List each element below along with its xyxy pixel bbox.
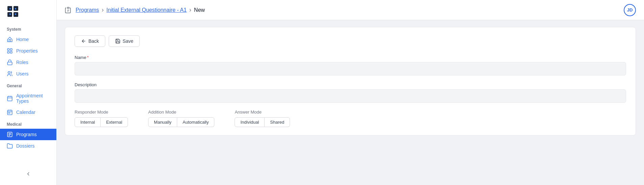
svg-rect-10 (7, 52, 9, 53)
save-button-label: Save (123, 38, 133, 44)
breadcrumb-current: New (194, 7, 205, 13)
form-card: Back Save Name* Description (65, 27, 636, 135)
arrow-left-icon (81, 38, 86, 44)
home-icon (7, 36, 13, 42)
svg-rect-8 (7, 49, 9, 50)
sidebar-item-calendar[interactable]: Calendar (0, 106, 56, 118)
save-button[interactable]: Save (109, 35, 140, 47)
sidebar-item-properties[interactable]: Properties (0, 45, 56, 57)
responder-mode-internal-btn[interactable]: Internal (75, 117, 101, 127)
svg-rect-7 (15, 13, 16, 15)
sidebar-item-roles[interactable]: Roles (0, 57, 56, 68)
svg-point-23 (9, 113, 10, 114)
addition-mode-buttons: Manually Automatically (148, 117, 214, 127)
sidebar-item-users[interactable]: Users (0, 68, 56, 80)
svg-rect-28 (68, 7, 69, 8)
addition-mode-manually-btn[interactable]: Manually (148, 117, 177, 127)
clipboard-icon (65, 7, 72, 13)
sidebar-item-programs[interactable]: Programs (0, 129, 56, 140)
required-star: * (87, 55, 89, 60)
sidebar-item-home[interactable]: Home (0, 34, 56, 45)
sidebar: System Home Properties Roles Users Gener… (0, 0, 57, 185)
svg-rect-9 (10, 49, 12, 50)
sidebar-item-dossiers-label: Dossiers (16, 143, 34, 149)
section-general: General (0, 80, 56, 90)
responder-mode-external-btn[interactable]: External (101, 117, 128, 127)
users-icon (7, 71, 13, 77)
sidebar-item-appointment-types-label: Appointment Types (16, 93, 50, 104)
app-logo (7, 5, 19, 18)
programs-icon (7, 131, 13, 137)
section-medical: Medical (0, 118, 56, 129)
breadcrumb: Programs › Initial External Questionnair… (65, 6, 205, 13)
dossiers-icon (7, 143, 13, 149)
content-area: Back Save Name* Description (57, 20, 644, 185)
svg-point-13 (8, 71, 10, 73)
calendar-icon (7, 109, 13, 115)
sidebar-item-home-label: Home (16, 37, 29, 42)
properties-icon (7, 48, 13, 54)
answer-mode-individual-btn[interactable]: Individual (235, 117, 265, 127)
appointment-icon (7, 95, 13, 101)
svg-rect-4 (9, 8, 11, 9)
back-button-label: Back (88, 38, 99, 44)
breadcrumb-sep1: › (102, 6, 104, 13)
breadcrumb-programs-link[interactable]: Programs (76, 7, 99, 13)
modes-row: Responder Mode Internal External Additio… (75, 110, 626, 127)
answer-mode-label: Answer Mode (235, 110, 290, 115)
breadcrumb-sep2: › (189, 6, 191, 13)
answer-mode-buttons: Individual Shared (235, 117, 290, 127)
chevron-left-icon (25, 171, 31, 177)
svg-rect-12 (7, 62, 12, 65)
description-label: Description (75, 82, 626, 87)
sidebar-item-users-label: Users (16, 71, 29, 76)
toolbar: Back Save (75, 35, 626, 47)
sidebar-item-roles-label: Roles (16, 60, 28, 65)
sidebar-item-dossiers[interactable]: Dossiers (0, 140, 56, 152)
section-system: System (0, 23, 56, 34)
logo (0, 0, 56, 23)
addition-mode-group: Addition Mode Manually Automatically (148, 110, 214, 127)
responder-mode-buttons: Internal External (75, 117, 128, 127)
sidebar-item-calendar-label: Calendar (16, 110, 35, 115)
main-area: Programs › Initial External Questionnair… (57, 0, 644, 185)
answer-mode-shared-btn[interactable]: Shared (265, 117, 290, 127)
back-button[interactable]: Back (75, 35, 105, 47)
sidebar-collapse-button[interactable] (0, 168, 56, 180)
name-field-group: Name* (75, 55, 626, 75)
responder-mode-label: Responder Mode (75, 110, 128, 115)
sidebar-item-programs-label: Programs (16, 132, 37, 137)
header: Programs › Initial External Questionnair… (57, 0, 644, 20)
description-input[interactable] (75, 89, 626, 103)
responder-mode-group: Responder Mode Internal External (75, 110, 128, 127)
sidebar-item-appointment-types[interactable]: Appointment Types (0, 90, 56, 106)
user-avatar[interactable]: JD (624, 4, 636, 16)
roles-icon (7, 59, 13, 65)
svg-rect-14 (7, 96, 12, 101)
svg-point-22 (8, 113, 9, 114)
name-label: Name* (75, 55, 626, 60)
answer-mode-group: Answer Mode Individual Shared (235, 110, 290, 127)
svg-rect-6 (9, 13, 11, 15)
save-icon (115, 38, 120, 44)
sidebar-item-properties-label: Properties (16, 48, 38, 54)
svg-rect-11 (10, 52, 12, 53)
addition-mode-automatically-btn[interactable]: Automatically (177, 117, 214, 127)
description-field-group: Description (75, 82, 626, 103)
svg-rect-5 (15, 8, 16, 9)
breadcrumb-questionnaire-link[interactable]: Initial External Questionnaire - A1 (106, 7, 186, 13)
name-input[interactable] (75, 62, 626, 75)
addition-mode-label: Addition Mode (148, 110, 214, 115)
